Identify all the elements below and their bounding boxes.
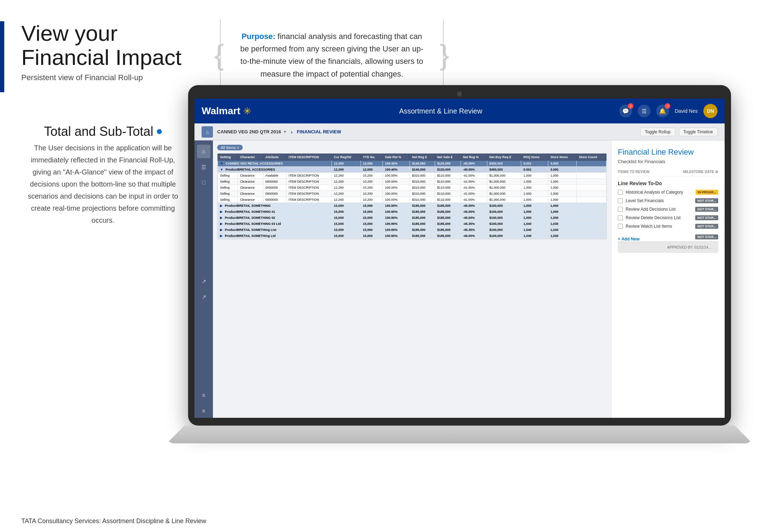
checklist-checkbox-4[interactable] bbox=[618, 215, 623, 220]
col-net-reg-pct: Net Reg % bbox=[461, 154, 487, 161]
blue-dot-icon bbox=[157, 129, 162, 134]
status-badge-1: IN PROGR... bbox=[696, 190, 718, 195]
status-badge-4: NOT STAR... bbox=[695, 215, 718, 220]
purpose-section: Purpose: financial analysis and forecast… bbox=[220, 20, 444, 91]
table-row: Selling Clearance 0000000 ITEM DESCRIPTI… bbox=[218, 179, 606, 185]
add-new-row: + Add New NOT STAR... bbox=[618, 232, 718, 242]
app-screen: Walmart ✳ Assortment & Line Review 💬 2 ☰ bbox=[194, 99, 725, 418]
checklist-section-title: Line Review To-Do bbox=[618, 181, 718, 186]
table-row-product-group3: ▶ ProductBRETAIL SOMETHING 02 15,000 15,… bbox=[218, 215, 606, 221]
checklist-checkbox-2[interactable] bbox=[618, 198, 623, 203]
col-net-reg: Net Reg $ bbox=[410, 154, 435, 161]
table-row: Selling Clearance 0000000 ITEM DESCRIPTI… bbox=[218, 185, 606, 191]
left-sidebar: ⌂ ☰ □ ↗ ↗ ≡ ≡ bbox=[194, 140, 213, 418]
totals-label: ▼ CANNED VEG RETAIL ACCESSORIES bbox=[218, 161, 332, 167]
table-row: Selling Clearance 0000000 ITEM DESCRIPTI… bbox=[218, 191, 606, 197]
home-icon-button[interactable]: ⌂ bbox=[202, 126, 213, 138]
status-badge-2: NOT STAR... bbox=[695, 198, 718, 203]
description-body: The User decisions in the application wi… bbox=[21, 142, 185, 226]
checklist-label-4: Review Delete Decisions List bbox=[626, 215, 692, 220]
sidebar-icon-menu1[interactable]: ≡ bbox=[197, 389, 210, 402]
checklist-item-4: Review Delete Decisions List NOT STAR... bbox=[618, 215, 718, 220]
sidebar-icon-chart2[interactable]: ↗ bbox=[197, 290, 210, 304]
app-header: Walmart ✳ Assortment & Line Review 💬 2 ☰ bbox=[194, 99, 725, 123]
purpose-label: Purpose: bbox=[242, 32, 275, 41]
table-row: Selling Clearance 0000000 ITEM DESCRIPTI… bbox=[218, 197, 606, 203]
user-avatar: DN bbox=[703, 104, 718, 118]
table-row: Selling Clearance Available ITEM DESCRIP… bbox=[218, 173, 606, 179]
table-row-totals: ▼ CANNED VEG RETAIL ACCESSORIES 12,300 1… bbox=[218, 161, 606, 167]
settings-icon: ⚙ bbox=[715, 170, 718, 174]
add-new-link[interactable]: + Add New bbox=[618, 237, 639, 242]
col-buy-req: Net Buy Req $ bbox=[487, 154, 521, 161]
toggle-rollup-button[interactable]: Toggle Rollup bbox=[640, 128, 675, 136]
breadcrumb-current: FINANCIAL REVIEW bbox=[297, 129, 341, 134]
walmart-logo: Walmart ✳ bbox=[202, 105, 251, 117]
checklist-checkbox-5[interactable] bbox=[618, 224, 623, 229]
sidebar-icon-chart1[interactable]: ↗ bbox=[197, 275, 210, 288]
checklist-checkbox-3[interactable] bbox=[618, 207, 623, 212]
col-net-sale: Net Sale $ bbox=[435, 154, 461, 161]
laptop-base bbox=[167, 426, 752, 443]
notification-icon-button[interactable]: 🔔 3 bbox=[656, 105, 669, 117]
main-content: ⌂ ☰ □ ↗ ↗ ≡ ≡ A bbox=[194, 140, 725, 418]
col-milestone-label: MILESTONE DATE ⚙ bbox=[683, 170, 718, 174]
page-footer: TATA Consultancy Services: Assortment Di… bbox=[21, 517, 206, 525]
checklist-checkbox-1[interactable] bbox=[618, 190, 623, 195]
table-row-product-group4: ▶ ProductBRETAIL SOMETHING 03 Ltd 15,000… bbox=[218, 221, 606, 227]
sidebar-icon-file[interactable]: □ bbox=[197, 176, 210, 189]
laptop-frame: Walmart ✳ Assortment & Line Review 💬 2 ☰ bbox=[188, 85, 731, 433]
breadcrumb-bar: ⌂ CANNED VEG 2ND QTR 2016 ▼ › FINANCIAL … bbox=[194, 123, 725, 140]
brand-name: Walmart bbox=[202, 105, 240, 117]
description-title: Total and Sub-Total bbox=[21, 124, 185, 139]
sidebar-icon-home[interactable]: ⌂ bbox=[197, 145, 210, 158]
col-cur: Cur Reg/Str bbox=[331, 154, 361, 161]
toggle-timeline-button[interactable]: Toggle Timeline bbox=[679, 128, 718, 136]
app-header-title: Assortment & Line Review bbox=[262, 107, 619, 115]
menu-icon-button[interactable]: ☰ bbox=[638, 105, 650, 117]
table-header-row: Setting Character Attribute ITEM DESCRIP… bbox=[218, 154, 606, 161]
col-sale-ret: Sale Ret % bbox=[383, 154, 410, 161]
checklist-label-5: Review Watch List Items bbox=[626, 224, 692, 229]
panel-subtitle: Checklist for Financials bbox=[618, 159, 718, 164]
sub-title: Persistent view of Financial Roll-up bbox=[21, 73, 206, 82]
checklist-item-2: Level Set Financials NOT STAR... bbox=[618, 198, 718, 203]
notification-badge: 3 bbox=[665, 103, 670, 109]
checklist-label-3: Review Add Decisions List bbox=[626, 207, 692, 212]
panel-footer: APPROVED BY: 01/31/14... bbox=[618, 242, 718, 253]
table-row-product-group2: ▶ ProductBRETAIL SOMETHING 01 15,000 15,… bbox=[218, 209, 606, 215]
breadcrumb-right: Toggle Rollup Toggle Timeline bbox=[640, 128, 718, 136]
col-description: ITEM DESCRIPTION bbox=[286, 154, 332, 161]
breadcrumb-category[interactable]: CANNED VEG 2ND QTR 2016 ▼ bbox=[217, 129, 287, 134]
walmart-star-icon: ✳ bbox=[243, 105, 251, 117]
user-name: David Nes bbox=[675, 108, 698, 114]
add-new-status: NOT STAR... bbox=[695, 234, 718, 239]
col-attribute: Attribute bbox=[263, 154, 286, 161]
col-store-count: Store Count bbox=[577, 154, 606, 161]
col-pdq: PDQ Items bbox=[521, 154, 548, 161]
laptop-container: Walmart ✳ Assortment & Line Review 💬 2 ☰ bbox=[170, 85, 749, 475]
sidebar-icon-list[interactable]: ☰ bbox=[197, 160, 210, 174]
status-badge-5: NOT STAR... bbox=[695, 224, 718, 229]
sidebar-icon-menu2[interactable]: ≡ bbox=[197, 404, 210, 418]
table-row-product-group5: ▶ ProductBRETAIL SOMETHing List 15,000 1… bbox=[218, 227, 606, 233]
table-row-product-group1: ▶ ProductBRETAIL SOMETHING 15,000 15,000… bbox=[218, 203, 606, 209]
col-setting: Setting bbox=[218, 154, 238, 161]
table-row-group-header: ▼ ProductBRETAIL ACCESSORIES 12,300 12,0… bbox=[218, 167, 606, 173]
chat-icon-button[interactable]: 💬 2 bbox=[619, 105, 632, 117]
col-store-items: Store Items bbox=[548, 154, 576, 161]
col-character: Character bbox=[238, 154, 263, 161]
app-container: Walmart ✳ Assortment & Line Review 💬 2 ☰ bbox=[194, 99, 725, 418]
laptop-screen: Walmart ✳ Assortment & Line Review 💬 2 ☰ bbox=[188, 85, 731, 426]
col-ytd: YTD No. bbox=[361, 154, 383, 161]
purpose-text: Purpose: financial analysis and forecast… bbox=[238, 30, 425, 80]
data-area: All Items × Setting Character Attribute bbox=[213, 140, 611, 418]
title-section: View your Financial Impact Persistent vi… bbox=[21, 21, 206, 82]
breadcrumb-separator: › bbox=[291, 129, 293, 135]
table-row-product-group6: ▶ ProductBRETAIL SOMETHing Ltd 15,000 15… bbox=[218, 233, 606, 239]
breadcrumb-dropdown-icon: ▼ bbox=[283, 130, 287, 134]
header-icons: 💬 2 ☰ 🔔 3 David Nes DN bbox=[619, 104, 718, 118]
status-badge-3: NOT STAR... bbox=[695, 207, 718, 212]
panel-column-headers: ITEMS TO REVIEW MILESTONE DATE ⚙ bbox=[618, 170, 718, 176]
main-title: View your Financial Impact bbox=[21, 21, 206, 70]
